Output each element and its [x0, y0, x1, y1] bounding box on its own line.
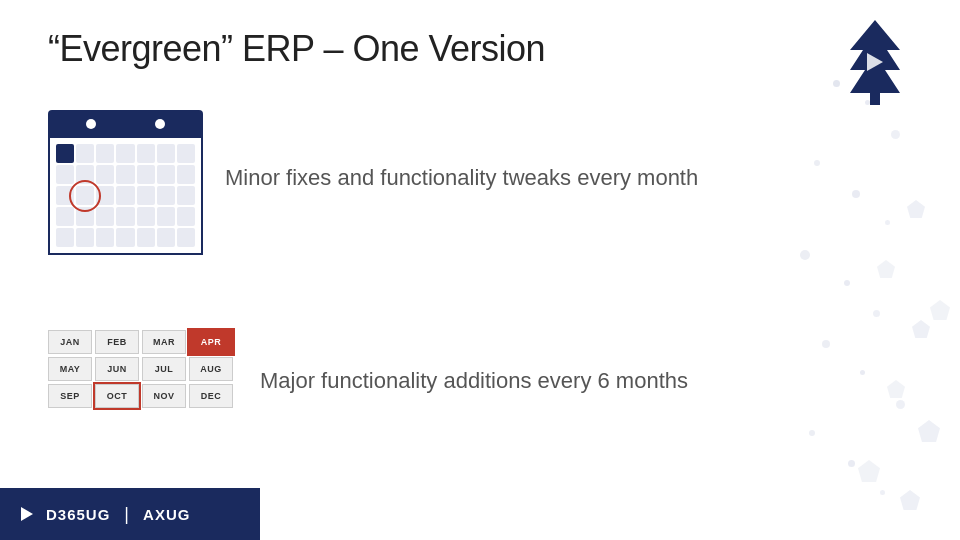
- cal-cell: [96, 228, 114, 247]
- month-grid: JAN FEB MAR APR MAY JUN JUL AUG SEP OCT …: [48, 330, 233, 408]
- cal-cell: [177, 228, 195, 247]
- tree-logo: [845, 18, 905, 98]
- cal-cell: [96, 207, 114, 226]
- cal-cell-circled: [76, 186, 94, 205]
- cal-cell: [157, 144, 175, 163]
- month-mar: MAR: [142, 330, 186, 354]
- cal-cell: [116, 165, 134, 184]
- month-may: MAY: [48, 357, 92, 381]
- cal-cell: [137, 144, 155, 163]
- page: “Evergreen” ERP – One Version: [0, 0, 960, 540]
- sixmonth-calendar: JAN FEB MAR APR MAY JUN JUL AUG SEP OCT …: [48, 330, 233, 408]
- play-icon: [18, 505, 36, 523]
- cal-cell: [96, 144, 114, 163]
- cal-cell: [157, 228, 175, 247]
- decorative-background: [680, 0, 960, 540]
- cal-cell: [56, 144, 74, 163]
- month-jun: JUN: [95, 357, 139, 381]
- monthly-description: Minor fixes and functionality tweaks eve…: [225, 165, 698, 191]
- cal-cell: [137, 165, 155, 184]
- cal-pin-right: [155, 119, 165, 129]
- cal-cell: [76, 144, 94, 163]
- cal-cell: [116, 228, 134, 247]
- month-oct: OCT: [95, 384, 139, 408]
- month-feb: FEB: [95, 330, 139, 354]
- logo-text-d365ug: D365UG: [46, 506, 110, 523]
- svg-rect-2: [870, 93, 880, 105]
- month-sep: SEP: [48, 384, 92, 408]
- cal-cell: [116, 144, 134, 163]
- month-apr: APR: [189, 330, 233, 354]
- cal-cell: [157, 165, 175, 184]
- circle-indicator: [69, 180, 101, 212]
- month-nov: NOV: [142, 384, 186, 408]
- cal-cell: [137, 186, 155, 205]
- cal-cell: [116, 186, 134, 205]
- month-jul: JUL: [142, 357, 186, 381]
- cal-cell: [76, 228, 94, 247]
- cal-cell: [157, 186, 175, 205]
- cal-cell: [116, 207, 134, 226]
- cal-cell: [177, 207, 195, 226]
- cal-cell: [137, 228, 155, 247]
- monthly-calendar: [48, 110, 203, 255]
- cal-body: [48, 138, 203, 255]
- svg-marker-3: [21, 507, 33, 521]
- month-dec: DEC: [189, 384, 233, 408]
- month-aug: AUG: [189, 357, 233, 381]
- logo-divider: |: [124, 504, 129, 525]
- cal-cell: [56, 165, 74, 184]
- cal-cell: [56, 228, 74, 247]
- cal-cell: [177, 165, 195, 184]
- month-jan: JAN: [48, 330, 92, 354]
- svg-marker-0: [850, 20, 900, 93]
- cal-cell: [137, 207, 155, 226]
- logo-text-axug: AXUG: [143, 506, 190, 523]
- cal-cell: [177, 186, 195, 205]
- page-title: “Evergreen” ERP – One Version: [48, 28, 545, 70]
- cal-cell: [96, 165, 114, 184]
- cal-cell: [177, 144, 195, 163]
- cal-header: [48, 110, 203, 138]
- cal-pin-left: [86, 119, 96, 129]
- cal-cell: [157, 207, 175, 226]
- cal-cell: [56, 207, 74, 226]
- sixmonth-description: Major functionality additions every 6 mo…: [260, 368, 688, 394]
- bottom-logo-bar: D365UG | AXUG: [0, 488, 260, 540]
